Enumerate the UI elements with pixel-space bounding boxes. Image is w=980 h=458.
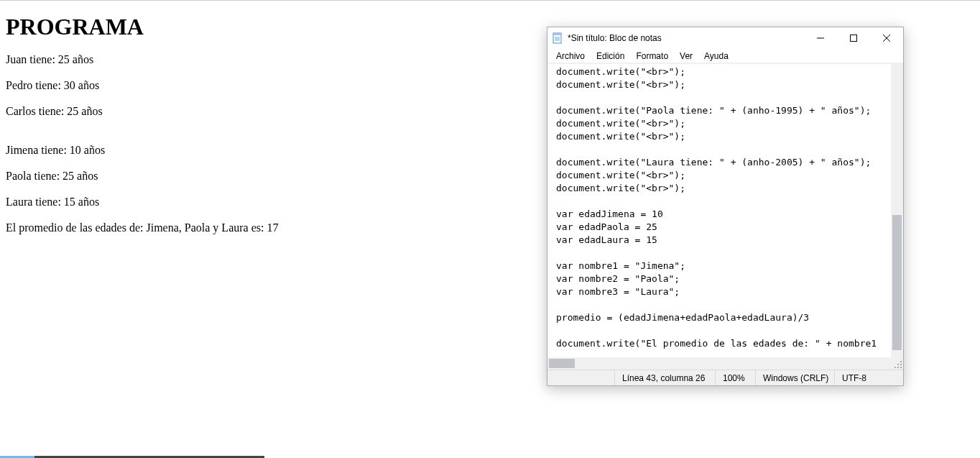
- status-line-ending: Windows (CRLF): [755, 370, 834, 385]
- menu-help[interactable]: Ayuda: [698, 50, 734, 62]
- horizontal-scroll-thumb[interactable]: [549, 359, 575, 368]
- svg-point-13: [897, 367, 899, 368]
- statusbar: Línea 43, columna 26 100% Windows (CRLF)…: [547, 370, 903, 385]
- svg-rect-1: [553, 33, 561, 35]
- menubar: Archivo Edición Formato Ver Ayuda: [547, 49, 903, 63]
- svg-point-14: [895, 367, 896, 368]
- svg-point-12: [900, 367, 902, 368]
- svg-point-10: [900, 364, 902, 365]
- maximize-button[interactable]: [837, 27, 870, 49]
- titlebar[interactable]: *Sin título: Bloc de notas: [547, 27, 903, 49]
- svg-point-9: [900, 361, 902, 362]
- horizontal-scrollbar[interactable]: [547, 357, 891, 370]
- editor-area: document.write("<br>"); document.write("…: [547, 63, 903, 370]
- vertical-scroll-thumb[interactable]: [892, 215, 902, 350]
- scroll-corner: [891, 357, 903, 370]
- menu-file[interactable]: Archivo: [550, 50, 591, 62]
- menu-edit[interactable]: Edición: [591, 50, 630, 62]
- status-cursor-position: Línea 43, columna 26: [614, 370, 715, 385]
- minimize-button[interactable]: [804, 27, 837, 49]
- svg-point-11: [897, 364, 899, 365]
- status-zoom: 100%: [715, 370, 755, 385]
- window-title: *Sin título: Bloc de notas: [568, 33, 804, 43]
- text-editor[interactable]: document.write("<br>"); document.write("…: [547, 64, 891, 357]
- window-controls: [804, 27, 903, 49]
- resize-grip-icon[interactable]: [894, 360, 902, 369]
- svg-rect-6: [851, 35, 857, 42]
- vertical-scrollbar[interactable]: [891, 64, 903, 357]
- menu-format[interactable]: Formato: [630, 50, 674, 62]
- close-button[interactable]: [870, 27, 903, 49]
- notepad-window[interactable]: *Sin título: Bloc de notas Archivo Edici…: [547, 27, 904, 386]
- notepad-app-icon: [552, 32, 563, 44]
- menu-view[interactable]: Ver: [674, 50, 698, 62]
- status-encoding: UTF-8: [834, 370, 903, 385]
- status-spacer: [547, 370, 614, 385]
